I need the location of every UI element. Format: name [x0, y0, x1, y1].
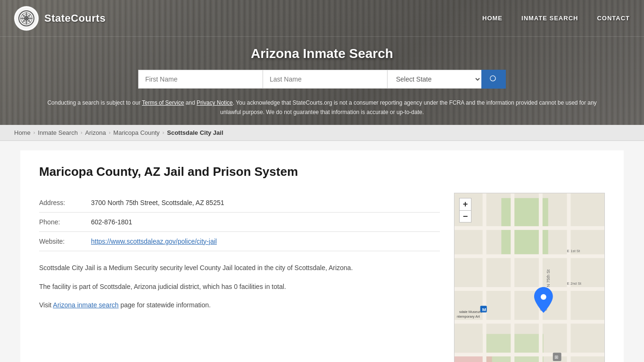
facility-title: Maricopa County, AZ Jail and Prison Syst… — [39, 165, 440, 179]
svg-text:M: M — [482, 307, 486, 312]
address-label: Address: — [39, 193, 91, 213]
breadcrumb-county[interactable]: Maricopa County — [113, 129, 159, 136]
state-select[interactable]: Select State AlabamaAlaskaArizona Arkans… — [387, 70, 481, 89]
svg-text:E 2nd St: E 2nd St — [567, 281, 582, 286]
svg-rect-20 — [567, 193, 571, 362]
svg-rect-18 — [511, 193, 514, 362]
svg-rect-15 — [454, 320, 604, 323]
privacy-link[interactable]: Privacy Notice — [197, 99, 233, 106]
facility-desc-1: Scottsdale City Jail is a Medium Securit… — [39, 263, 440, 274]
nav-inmate-search[interactable]: INMATE SEARCH — [521, 15, 578, 22]
breadcrumb-home[interactable]: Home — [14, 129, 31, 136]
svg-text:ntemporary Art: ntemporary Art — [457, 314, 480, 318]
svg-rect-19 — [539, 193, 543, 362]
top-nav: HOME INMATE SEARCH CONTACT — [482, 15, 630, 22]
breadcrumb-sep-2: › — [81, 130, 83, 135]
az-inmate-search-link[interactable]: Arizona inmate search — [53, 301, 118, 309]
search-form: Select State AlabamaAlaskaArizona Arkans… — [138, 70, 506, 89]
phone-row: Phone: 602-876-1801 — [39, 212, 440, 231]
svg-rect-14 — [454, 287, 604, 291]
logo-icon — [14, 6, 39, 31]
breadcrumb-sep-1: › — [33, 130, 35, 135]
svg-rect-12 — [454, 226, 604, 230]
phone-label: Phone: — [39, 212, 91, 231]
tos-link[interactable]: Terms of Service — [142, 99, 184, 106]
address-value: 3700 North 75th Street, Scottsdale, AZ 8… — [91, 193, 440, 213]
website-link[interactable]: https://www.scottsdaleaz.gov/police/city… — [91, 238, 217, 245]
facility-details-table: Address: 3700 North 75th Street, Scottsd… — [39, 193, 440, 251]
svg-point-32 — [541, 294, 546, 300]
nav-home[interactable]: HOME — [482, 15, 503, 22]
page-title: Arizona Inmate Search — [251, 46, 393, 61]
facility-desc-3: Visit Arizona inmate search page for sta… — [39, 300, 440, 311]
phone-value: 602-876-1801 — [91, 212, 440, 231]
svg-rect-16 — [454, 353, 604, 356]
website-row: Website: https://www.scottsdaleaz.gov/po… — [39, 231, 440, 251]
search-icon — [489, 74, 498, 84]
facility-desc-2: The facility is part of Scottsdale, Ariz… — [39, 281, 440, 293]
breadcrumb-facility: Scottsdale City Jail — [167, 129, 223, 136]
last-name-input[interactable] — [263, 70, 387, 89]
map-zoom-controls: + − — [459, 198, 471, 222]
svg-text:N 75th St: N 75th St — [546, 269, 551, 287]
svg-rect-13 — [454, 254, 604, 258]
map-svg: N 75th St E 1st St E 2nd St sdale Museum… — [454, 193, 604, 362]
zoom-out-button[interactable]: − — [459, 210, 471, 222]
svg-rect-17 — [483, 193, 487, 362]
first-name-input[interactable] — [138, 70, 263, 89]
disclaimer: Conducting a search is subject to our Te… — [0, 93, 644, 125]
map-container[interactable]: N 75th St E 1st St E 2nd St sdale Museum… — [454, 193, 605, 362]
main-content: Maricopa County, AZ Jail and Prison Syst… — [20, 150, 624, 362]
website-label: Website: — [39, 231, 91, 251]
zoom-in-button[interactable]: + — [459, 198, 471, 210]
logo-text: StateCourts — [44, 12, 106, 25]
map-area: N 75th St E 1st St E 2nd St sdale Museum… — [454, 193, 605, 362]
facility-info: Maricopa County, AZ Jail and Prison Syst… — [39, 165, 440, 362]
breadcrumb-state[interactable]: Arizona — [85, 129, 106, 136]
breadcrumb-inmate-search[interactable]: Inmate Search — [38, 129, 78, 136]
courthouse-icon — [18, 10, 34, 26]
svg-text:E 1st St: E 1st St — [567, 248, 581, 253]
nav-contact[interactable]: CONTACT — [597, 15, 630, 22]
breadcrumb: Home › Inmate Search › Arizona › Maricop… — [0, 125, 644, 141]
logo[interactable]: StateCourts — [14, 6, 106, 31]
breadcrumb-sep-4: › — [163, 130, 165, 135]
address-row: Address: 3700 North 75th Street, Scottsd… — [39, 193, 440, 213]
search-button[interactable] — [481, 70, 506, 89]
svg-text:⊞: ⊞ — [554, 354, 558, 360]
breadcrumb-sep-3: › — [109, 130, 111, 135]
website-value: https://www.scottsdaleaz.gov/police/city… — [91, 231, 440, 251]
svg-text:sdale Museum: sdale Museum — [459, 310, 482, 314]
